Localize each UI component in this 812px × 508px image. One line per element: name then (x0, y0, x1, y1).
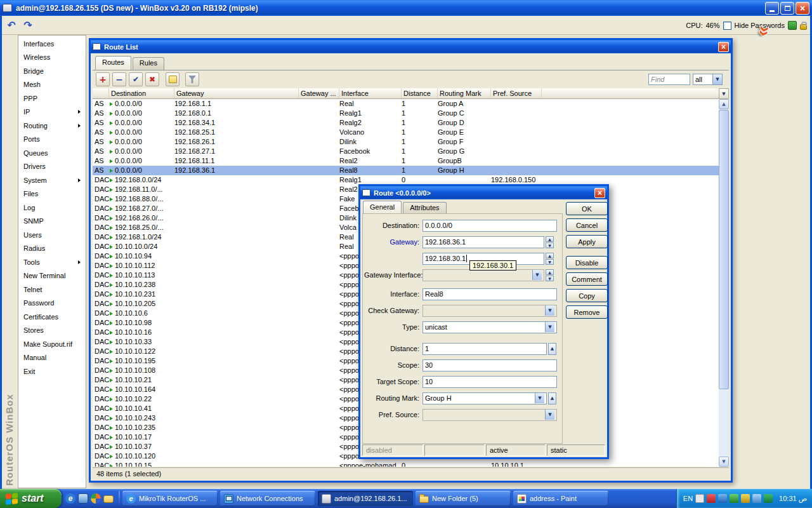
sidebar-item[interactable]: Telnet (18, 283, 86, 297)
tab-rules[interactable]: Rules (133, 57, 164, 70)
route-row[interactable]: AS 0.0.0.0/0 192.168.26.1 Dilink 1 Group… (93, 137, 723, 147)
column-interface[interactable]: Interface (339, 88, 402, 98)
gateway-input[interactable]: 192.168.36.1 (422, 236, 544, 248)
redo-icon[interactable]: ↷ (20, 18, 36, 33)
route-row[interactable]: AS 0.0.0.0/0 192.168.11.1 Real2 1 GroupB (93, 156, 723, 166)
route-row[interactable]: DAC 10.10.10.15 <pppoe-mohamad... 0 10.1… (93, 461, 723, 467)
filter-icon[interactable] (185, 72, 199, 86)
route-dialog-close-icon[interactable]: × (594, 188, 605, 198)
dialog-button[interactable]: Apply (566, 235, 608, 248)
route-row[interactable]: AS 0.0.0.0/0 192.168.34.1 Realg2 1 Group… (93, 118, 723, 128)
column-select-icon[interactable]: ▼ (719, 88, 729, 99)
enable-route-icon[interactable]: ✔ (129, 72, 143, 86)
undo-icon[interactable]: ↶ (3, 18, 20, 33)
column-gateway2[interactable]: Gateway ... (299, 88, 339, 98)
route-row[interactable]: AS 0.0.0.0/0 192.168.25.1 Volcano 1 Grou… (93, 128, 723, 137)
route-list-titlebar[interactable]: Route List × (91, 40, 731, 53)
filter-scope-select[interactable]: all ▼ (693, 74, 723, 85)
sidebar-item[interactable]: Manual (18, 351, 86, 365)
language-indicator[interactable]: EN (683, 495, 693, 502)
sidebar-item[interactable]: Interfaces (18, 37, 86, 51)
sidebar-item[interactable]: Bridge (18, 64, 86, 78)
scrollbar-thumb[interactable] (719, 110, 729, 389)
routing-mark-up-icon[interactable]: ▲ (548, 392, 556, 404)
taskbar-task[interactable]: New Folder (5) (416, 491, 511, 506)
folder-icon[interactable] (103, 495, 114, 503)
column-destination[interactable]: Destination (109, 88, 174, 98)
sidebar-item[interactable]: Make Supout.rif (18, 337, 86, 351)
column-routing-mark[interactable]: Routing Mark (438, 88, 491, 98)
scroll-up-icon[interactable]: ▲ (719, 99, 729, 109)
sidebar-item[interactable]: Exit (18, 364, 86, 378)
maximize-button[interactable] (780, 2, 794, 15)
media-player-icon[interactable] (91, 493, 101, 504)
tab-routes[interactable]: Routes (95, 56, 131, 70)
sidebar-item[interactable]: Wireless (18, 51, 86, 65)
gateway-spinner[interactable]: ▲▼ (546, 236, 554, 248)
route-row[interactable]: AS 0.0.0.0/0 192.168.0.1 Realg1 1 Group … (93, 109, 723, 118)
sidebar-item[interactable]: Ports (18, 133, 86, 147)
tab-attributes[interactable]: Attributes (403, 202, 446, 215)
interface-input[interactable]: Real8 (422, 288, 557, 300)
comment-icon[interactable] (166, 72, 180, 86)
sidebar-item[interactable]: Stores (18, 324, 86, 338)
hide-passwords-checkbox[interactable] (723, 22, 731, 30)
find-input[interactable] (648, 74, 690, 85)
column-flags[interactable] (93, 88, 109, 98)
dialog-button[interactable]: Remove (566, 305, 608, 319)
routing-mark-select[interactable]: Group H▼ (422, 392, 547, 404)
route-row[interactable]: AS 0.0.0.0/0 192.168.36.1 Real8 1 Group … (93, 166, 723, 175)
tray-icon[interactable] (730, 494, 738, 503)
route-dialog-titlebar[interactable]: Route <0.0.0.0/0> × (360, 186, 607, 199)
route-list-close-icon[interactable]: × (718, 42, 729, 52)
pref-source-select[interactable]: ▼ (422, 409, 557, 421)
internet-explorer-icon[interactable]: e (65, 493, 75, 504)
add-route-icon[interactable]: + (96, 72, 110, 86)
distance-up-icon[interactable]: ▲ (548, 343, 556, 355)
sidebar-item[interactable]: System (18, 173, 86, 187)
sidebar-item[interactable]: Users (18, 228, 86, 242)
route-row[interactable]: AS 0.0.0.0/0 192.168.1.1 Real 1 Group A (93, 99, 723, 109)
sidebar-item[interactable]: PPP (18, 91, 86, 105)
tray-icon[interactable] (752, 494, 761, 503)
sidebar-item[interactable]: Certificates (18, 310, 86, 324)
chevron-down-icon[interactable]: ▼ (712, 74, 722, 84)
dialog-button[interactable]: Disable (566, 256, 608, 269)
check-gateway-select[interactable]: ▼ (422, 305, 557, 317)
type-select[interactable]: unicast▼ (422, 321, 557, 333)
taskbar-task[interactable]: address - Paint (513, 491, 608, 506)
sidebar-item[interactable]: Tools (18, 255, 86, 269)
destination-input[interactable]: 0.0.0.0/0 (422, 220, 557, 232)
sidebar-item[interactable]: Password (18, 297, 86, 311)
taskbar-task[interactable]: Network Connections (220, 491, 315, 506)
scope-input[interactable]: 30 (422, 359, 557, 371)
disable-route-icon[interactable]: ✖ (145, 72, 159, 86)
target-scope-input[interactable]: 10 (422, 376, 557, 388)
sidebar-item[interactable]: IP (18, 105, 86, 119)
dialog-button[interactable]: OK (566, 202, 608, 215)
gateway-interface-spinner[interactable]: ▲▼ (546, 269, 554, 281)
column-distance[interactable]: Distance (402, 88, 438, 98)
sidebar-item[interactable]: SNMP (18, 215, 86, 229)
sidebar-item[interactable]: Log (18, 201, 86, 215)
show-desktop-icon[interactable] (78, 493, 88, 504)
sidebar-item[interactable]: Mesh (18, 78, 86, 92)
tray-icon[interactable] (764, 494, 773, 503)
gateway-interface-select[interactable]: ▼ (422, 269, 544, 281)
gateway2-spinner[interactable]: ▲▼ (546, 253, 554, 265)
tray-icon[interactable] (707, 494, 716, 503)
sidebar-item[interactable]: Drivers (18, 160, 86, 174)
start-button[interactable]: start (0, 489, 62, 508)
sidebar-item[interactable]: Files (18, 187, 86, 201)
dialog-button[interactable]: Cancel (566, 218, 608, 232)
minimize-button[interactable] (765, 2, 779, 15)
route-row[interactable]: AS 0.0.0.0/0 192.168.27.1 Facebook 1 Gro… (93, 147, 723, 156)
taskbar-task[interactable]: MikroTik RouterOS ... (122, 491, 218, 506)
scroll-down-icon[interactable]: ▼ (719, 457, 729, 467)
column-pref-source[interactable]: Pref. Source (491, 88, 542, 98)
tray-icon[interactable] (741, 494, 750, 503)
tab-general[interactable]: General (363, 201, 402, 215)
sidebar-item[interactable]: New Terminal (18, 269, 86, 283)
remove-route-icon[interactable]: − (112, 72, 126, 86)
tray-icon[interactable] (695, 494, 704, 503)
